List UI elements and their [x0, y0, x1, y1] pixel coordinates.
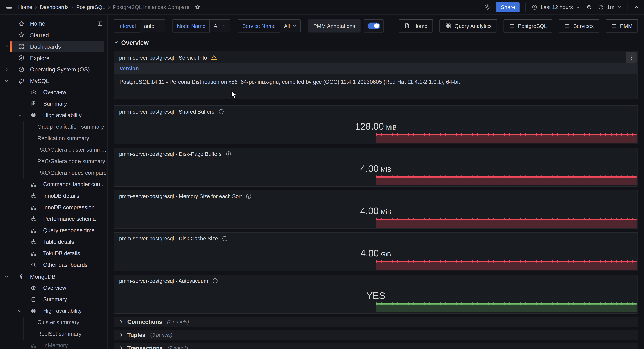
sidebar-item-operating-system-os[interactable]: Operating System (OS)	[0, 64, 107, 75]
sidebar-item-pxc-galera-node-summary[interactable]: PXC/Galera node summary	[0, 156, 107, 167]
sidebar-item-mongodb[interactable]: MongoDB	[0, 271, 107, 282]
apps-icon	[18, 43, 25, 50]
collapsed-section-panel-count: (2 panels)	[168, 345, 190, 349]
breadcrumb-home[interactable]: Home	[18, 4, 32, 10]
breadcrumb-separator: ›	[72, 4, 73, 10]
hamburger-menu-icon[interactable]	[6, 4, 12, 11]
panel-title[interactable]: pmm-server-postgresql - Disk Cache Size	[119, 235, 218, 242]
sidebar-item-table-details[interactable]: Table details	[0, 236, 107, 248]
link-button-services[interactable]: Services	[559, 19, 599, 32]
stat-panel-disk-cache-size: pmm-server-postgresql - Disk Cache Size4…	[114, 232, 638, 271]
sidebar-item-dashboards[interactable]: Dashboards	[0, 41, 107, 52]
sidebar-item-inmemory[interactable]: InMemory	[0, 340, 107, 349]
sidebar-item-mysql[interactable]: MySQL	[0, 75, 107, 87]
info-circle-icon[interactable]	[212, 278, 218, 284]
chevron-down-icon[interactable]	[4, 274, 9, 279]
breadcrumb-postgresql[interactable]: PostgreSQL	[76, 4, 105, 10]
sidebar-item-replication-summary[interactable]: Replication summary	[0, 133, 107, 144]
sidebar-item-query-response-time[interactable]: Query response time	[0, 225, 107, 236]
sidebar-item-summary[interactable]: Summary	[0, 98, 107, 110]
sidebar-item-performance-schema[interactable]: Performance schema	[0, 213, 107, 225]
refresh-picker[interactable]: 1m	[598, 4, 622, 10]
sidebar-item-pxc-galera-cluster-summ[interactable]: PXC/Galera cluster summ...	[0, 144, 107, 156]
sidebar-item-cluster-summary[interactable]: Cluster summary	[0, 317, 107, 328]
variable-label[interactable]: Interval	[114, 19, 140, 32]
sidebar-item-label: MongoDB	[30, 273, 56, 280]
sidebar-item-high-availability[interactable]: High availability	[0, 110, 107, 121]
sidebar-item-innodb-compression[interactable]: InnoDB compression	[0, 202, 107, 213]
panel-menu-kebab-icon[interactable]	[626, 52, 636, 63]
info-circle-icon[interactable]	[226, 151, 232, 157]
chevron-down-icon[interactable]	[17, 309, 22, 313]
sidebar-item-label: Home	[30, 20, 45, 27]
variable-label[interactable]: Service Name	[238, 19, 280, 32]
link-button-pmm[interactable]: PMM	[606, 19, 638, 32]
zoom-out-icon[interactable]	[586, 4, 592, 10]
search-icon	[30, 262, 36, 268]
sidebar-item-label: Performance schema	[43, 216, 96, 222]
link-button-postgresql[interactable]: PostgreSQL	[504, 19, 552, 32]
panel-title[interactable]: pmm-server-postgresql - Memory Size for …	[119, 193, 242, 199]
toggle-on-switch[interactable]	[368, 23, 380, 29]
section-header-overview[interactable]: Overview	[114, 38, 638, 47]
sidebar-item-summary[interactable]: Summary	[0, 294, 107, 305]
equalizer-icon	[30, 112, 36, 118]
breadcrumb-dashboards[interactable]: Dashboards	[40, 4, 69, 10]
warning-triangle-icon[interactable]	[211, 54, 217, 61]
sidebar-item-label: MySQL	[30, 78, 49, 84]
chevron-down-icon	[292, 24, 296, 28]
sidebar-item-overview[interactable]: Overview	[0, 282, 107, 294]
collapsed-section-transactions[interactable]: Transactions(2 panels)	[114, 343, 638, 349]
sidebar-item-other-dashboards[interactable]: Other dashboards	[0, 259, 107, 271]
link-button-home[interactable]: Home	[399, 19, 433, 32]
breadcrumb-separator: ›	[108, 4, 110, 10]
chevron-down-icon[interactable]	[17, 113, 22, 118]
collapsed-section-tuples[interactable]: Tuples(3 panels)	[114, 330, 638, 340]
dashboard-main: IntervalautoNode NameAllService NameAll …	[108, 15, 644, 349]
settings-gear-icon[interactable]	[484, 4, 490, 10]
sidebar-item-tokudb-details[interactable]: TokuDB details	[0, 248, 107, 259]
sitemap-icon	[30, 250, 36, 256]
chevron-down-icon[interactable]	[4, 79, 9, 83]
time-range-picker[interactable]: Last 12 hours	[532, 4, 580, 10]
sidebar-item-command-handler-cou[interactable]: Command/Handler cou...	[0, 179, 107, 190]
sidebar-item-label: InMemory	[43, 342, 68, 348]
sidebar-item-label: PXC/Galera node summary	[38, 158, 105, 164]
eye-icon	[30, 89, 37, 96]
sidebar-item-overview[interactable]: Overview	[0, 87, 107, 98]
chevron-right-icon[interactable]	[4, 67, 9, 72]
variable-label[interactable]: Node Name	[172, 19, 210, 32]
panel-title[interactable]: pmm-server-postgresql - Shared Buffers	[119, 109, 214, 115]
panel-title[interactable]: pmm-server-postgresql - Autovacuum	[119, 278, 208, 284]
sidebar-item-starred[interactable]: Starred	[0, 29, 107, 41]
info-circle-icon[interactable]	[218, 109, 224, 115]
list-icon	[611, 23, 617, 29]
panel-title[interactable]: pmm-server-postgresql - Disk-Page Buffer…	[119, 151, 222, 157]
sidebar-item-high-availability[interactable]: High availability	[0, 305, 107, 317]
stat-value: 4.00GiB	[114, 248, 637, 259]
sidebar-item-innodb-details[interactable]: InnoDB details	[0, 190, 107, 202]
info-circle-icon[interactable]	[222, 235, 228, 242]
pmm-annotations-toggle[interactable]	[364, 19, 384, 32]
info-circle-icon[interactable]	[246, 193, 252, 199]
favorite-star-icon[interactable]	[194, 4, 200, 10]
sidebar-item-pxc-galera-nodes-compare[interactable]: PXC/Galera nodes compare	[0, 167, 107, 179]
sidebar-item-explore[interactable]: Explore	[0, 52, 107, 64]
stat-unit: GiB	[381, 251, 391, 258]
collapsed-section-connections[interactable]: Connections(2 panels)	[114, 317, 638, 327]
collapse-header-chevron-up-icon[interactable]	[634, 5, 639, 10]
panel-title[interactable]: pmm-server-postgresql - Service Info	[119, 55, 207, 61]
variable-value-dropdown[interactable]: All	[210, 19, 230, 32]
breadcrumb-current-page: PostgreSQL Instances Compare	[113, 4, 189, 10]
sidebar-item-home[interactable]: Home	[0, 18, 107, 29]
table-column-header-version[interactable]: Version	[114, 63, 637, 74]
dock-sidebar-icon[interactable]	[97, 21, 103, 27]
variable-value-dropdown[interactable]: auto	[140, 19, 165, 32]
chevron-right-icon[interactable]	[4, 44, 9, 49]
panel-service-info: pmm-server-postgresql - Service Info Ver…	[114, 51, 638, 100]
variable-value-dropdown[interactable]: All	[280, 19, 300, 32]
sidebar-item-replset-summary[interactable]: ReplSet summary	[0, 328, 107, 340]
link-button-query-analytics[interactable]: Query Analytics	[440, 19, 497, 32]
sidebar-item-group-replication-summary[interactable]: Group replication summary	[0, 121, 107, 133]
share-button[interactable]: Share	[496, 2, 520, 12]
